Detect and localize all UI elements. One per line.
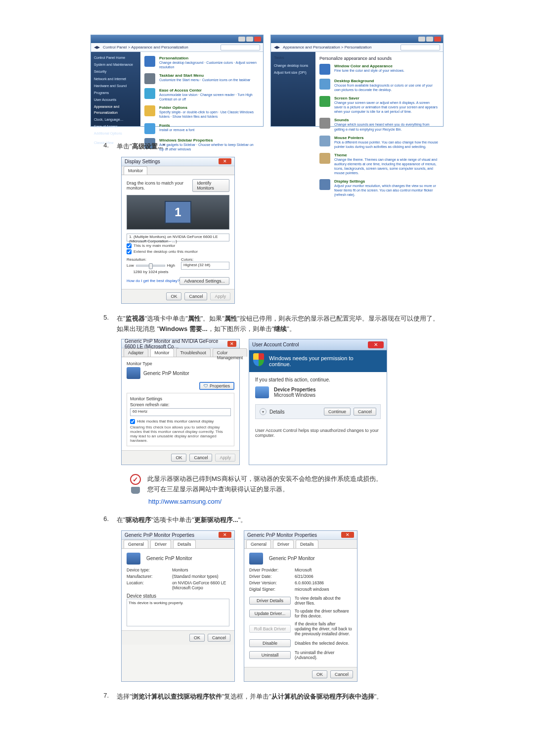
- resolution-label: Resolution:: [127, 257, 175, 262]
- search-input[interactable]: [400, 45, 440, 50]
- driver-general-dialog: Generic PnP Monitor Properties✕ GeneralD…: [121, 530, 235, 682]
- check-icon: ✓: [130, 474, 141, 485]
- cp-item[interactable]: Screen SaverChange your screen saver or …: [319, 96, 439, 114]
- maximize-icon[interactable]: [426, 37, 433, 42]
- ok-button[interactable]: OK: [166, 292, 181, 300]
- category-icon: [144, 73, 155, 84]
- continue-button[interactable]: Continue: [324, 408, 351, 416]
- driver-action-button[interactable]: Uninstall: [249, 651, 291, 659]
- hide-modes-checkbox[interactable]: [130, 419, 135, 424]
- close-icon[interactable]: [254, 37, 261, 42]
- cancel-button[interactable]: Cancel: [208, 634, 230, 642]
- resolution-slider[interactable]: [136, 265, 165, 267]
- hide-modes-desc: Clearing this check box allows you to se…: [130, 425, 231, 443]
- cp-item[interactable]: Ease of Access CenterAccommodate low vis…: [144, 88, 259, 101]
- driver-tab-dialog: Generic PnP Monitor Properties✕ GeneralD…: [244, 530, 357, 682]
- close-icon[interactable]: ✕: [219, 158, 231, 164]
- colors-select[interactable]: Highest (32 bit): [181, 262, 229, 270]
- minimize-icon[interactable]: [238, 37, 245, 42]
- cp-item[interactable]: SoundsChange which sounds are heard when…: [319, 118, 439, 131]
- cp-item[interactable]: Display SettingsAdjust your monitor reso…: [319, 179, 439, 197]
- cp-item[interactable]: Desktop BackgroundChoose from available …: [319, 79, 439, 92]
- cp-item[interactable]: Folder OptionsSpecify single- or double-…: [144, 105, 259, 119]
- driver-action-row: Roll Back DriverIf the device fails afte…: [249, 621, 352, 636]
- tab-monitor[interactable]: Monitor: [150, 348, 174, 357]
- help-link[interactable]: How do I get the best display?: [127, 279, 179, 283]
- prop-row: Driver Date:6/21/2006: [249, 574, 352, 579]
- ok-button[interactable]: OK: [171, 454, 186, 462]
- tab-general[interactable]: General: [246, 540, 271, 548]
- close-icon[interactable]: [434, 37, 441, 42]
- address-bar[interactable]: ◀▶Appearance and Personalization > Perso…: [271, 43, 443, 52]
- monitor-icon: [249, 553, 263, 565]
- ok-button[interactable]: OK: [312, 670, 327, 678]
- ok-button[interactable]: OK: [189, 634, 205, 642]
- cancel-button[interactable]: Cancel: [189, 454, 212, 462]
- cp-item[interactable]: Taskbar and Start MenuCustomize the Star…: [144, 73, 259, 84]
- base-icon: [131, 487, 140, 494]
- monitor-settings-label: Monitor Settings: [130, 396, 231, 401]
- tab-troubleshoot[interactable]: Troubleshoot: [176, 348, 211, 357]
- info-note: ✓ 此显示器驱动器已得到MS商标认可，驱动器的安装不会给您的操作系统造成损伤。 …: [129, 474, 494, 495]
- cp-item[interactable]: FontsInstall or remove a font: [144, 123, 259, 134]
- details-row: ▾ Details ContinueCancel: [255, 404, 381, 419]
- tab-general[interactable]: General: [124, 540, 148, 548]
- extend-desktop-checkbox[interactable]: [127, 249, 132, 254]
- tab-adapter[interactable]: Adapter: [124, 348, 148, 357]
- monitor-type-label: Monitor Type: [127, 361, 234, 366]
- tab-driver[interactable]: Driver: [273, 540, 294, 548]
- prop-row: Driver Version:6.0.6000.16386: [249, 580, 352, 585]
- tab-monitor[interactable]: Monitor: [124, 166, 147, 175]
- tab-color[interactable]: Color Management: [213, 348, 248, 357]
- driver-action-button[interactable]: Update Driver...: [249, 610, 291, 617]
- driver-action-row: DisableDisables the selected device.: [249, 639, 352, 647]
- minimize-icon[interactable]: [418, 37, 425, 42]
- uac-banner: Windows needs your permission to continu…: [249, 350, 387, 372]
- monitor-preview[interactable]: 1: [127, 195, 229, 230]
- refresh-select[interactable]: 60 Hertz: [130, 408, 231, 416]
- tab-details[interactable]: Details: [173, 540, 196, 548]
- chevron-down-icon[interactable]: ▾: [260, 408, 267, 415]
- cancel-button[interactable]: Cancel: [354, 408, 376, 416]
- properties-button[interactable]: 🛡 Properties: [199, 382, 234, 390]
- status-label: Device status: [127, 593, 229, 599]
- close-icon[interactable]: ✕: [227, 341, 236, 347]
- tab-details[interactable]: Details: [296, 540, 318, 548]
- cp-item[interactable]: ThemeChange the theme. Themes can change…: [319, 153, 439, 175]
- driver-action-button: Roll Back Driver: [249, 625, 291, 633]
- cp-item[interactable]: Window Color and AppearanceFine tune the…: [319, 64, 439, 75]
- driver-action-row: Driver DetailsTo view details about the …: [249, 596, 352, 606]
- cp-item[interactable]: PersonalizationChange desktop background…: [144, 56, 259, 69]
- step-number: 4.: [99, 142, 109, 152]
- step-number: 6.: [99, 515, 109, 525]
- close-icon[interactable]: ✕: [368, 341, 384, 348]
- uac-program: Device Properties: [274, 387, 316, 392]
- monitor-icon: [127, 367, 140, 379]
- step-number: 7.: [99, 692, 109, 702]
- advanced-settings-button[interactable]: Advanced Settings...: [179, 277, 229, 285]
- cancel-button[interactable]: Cancel: [184, 292, 207, 300]
- colors-label: Colors:: [181, 257, 229, 262]
- close-icon[interactable]: ✕: [341, 532, 354, 538]
- driver-action-button[interactable]: Disable: [249, 639, 291, 647]
- search-input[interactable]: [221, 45, 260, 50]
- prop-row: Location:on NVIDIA GeForce 6600 LE (Micr…: [127, 580, 229, 590]
- monitor-select[interactable]: 1. (Multiple Monitors) on NVIDIA GeForce…: [127, 234, 229, 241]
- close-icon[interactable]: ✕: [219, 532, 231, 538]
- tasks-pane: Tasks Change desktop iconsAdjust font si…: [271, 52, 315, 126]
- tab-driver[interactable]: Driver: [150, 540, 171, 548]
- driver-action-button[interactable]: Driver Details: [249, 597, 291, 605]
- main-monitor-checkbox[interactable]: [127, 243, 132, 248]
- cp-main: Personalize appearance and sounds Window…: [315, 52, 443, 126]
- details-label[interactable]: Details: [269, 409, 285, 415]
- resolution-value: 1280 by 1024 pixels: [127, 270, 175, 274]
- address-bar[interactable]: ◀▶Control Panel > Appearance and Persona…: [91, 43, 263, 52]
- samsung-link[interactable]: http://www.samsung.com/: [148, 498, 494, 505]
- maximize-icon[interactable]: [246, 37, 253, 42]
- monitor-1[interactable]: 1: [165, 201, 191, 224]
- prop-row: Device type:Monitors: [127, 567, 229, 572]
- cancel-button[interactable]: Cancel: [330, 670, 353, 678]
- display-settings-dialog: Display Settings✕ Monitor Drag the icons…: [121, 157, 235, 304]
- identify-button[interactable]: Identify Monitors: [192, 179, 229, 192]
- sidebar: Control Panel HomeSystem and Maintenance…: [91, 52, 140, 126]
